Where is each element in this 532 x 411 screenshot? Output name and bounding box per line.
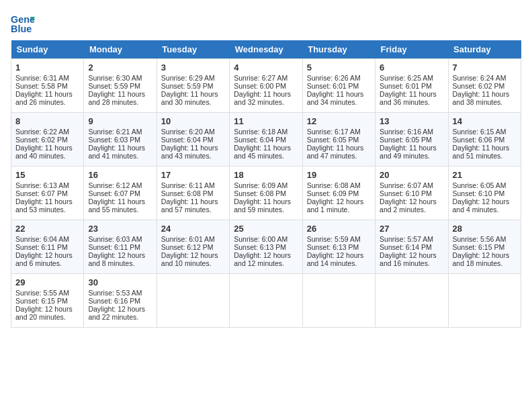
sunrise-text: Sunrise: 6:01 AM (161, 235, 215, 243)
sunrise-text: Sunrise: 6:26 AM (307, 74, 361, 82)
calendar-cell: 7 Sunrise: 6:24 AM Sunset: 6:02 PM Dayli… (448, 59, 521, 113)
daylight-text: Daylight: 12 hours and 18 minutes. (453, 251, 510, 267)
sunset-text: Sunset: 6:04 PM (234, 136, 286, 144)
sunset-text: Sunset: 6:07 PM (15, 189, 68, 197)
day-number: 21 (453, 170, 517, 180)
calendar-table: SundayMondayTuesdayWednesdayThursdayFrid… (11, 40, 521, 328)
sunset-text: Sunset: 6:12 PM (161, 243, 214, 251)
calendar-cell: 9 Sunrise: 6:21 AM Sunset: 6:03 PM Dayli… (84, 113, 157, 167)
day-number: 25 (234, 224, 298, 234)
week-row-2: 8 Sunrise: 6:22 AM Sunset: 6:02 PM Dayli… (11, 113, 521, 167)
day-number: 7 (453, 62, 517, 73)
sunset-text: Sunset: 6:01 PM (307, 82, 359, 90)
sunrise-text: Sunrise: 6:05 AM (453, 181, 506, 189)
col-header-wednesday: Wednesday (230, 40, 302, 59)
sunset-text: Sunset: 6:08 PM (234, 189, 286, 197)
daylight-text: Daylight: 12 hours and 12 minutes. (234, 251, 291, 267)
day-number: 9 (88, 116, 152, 126)
daylight-text: Daylight: 11 hours and 38 minutes. (453, 90, 510, 106)
daylight-text: Daylight: 12 hours and 2 minutes. (380, 197, 437, 214)
calendar-cell (230, 274, 302, 328)
sunset-text: Sunset: 6:01 PM (380, 82, 432, 90)
day-number: 17 (161, 170, 225, 180)
sunrise-text: Sunrise: 6:21 AM (88, 128, 142, 136)
sunrise-text: Sunrise: 6:15 AM (453, 128, 506, 136)
week-row-4: 22 Sunrise: 6:04 AM Sunset: 6:11 PM Dayl… (11, 220, 521, 274)
day-number: 30 (88, 277, 152, 287)
day-number: 22 (15, 224, 79, 234)
calendar-cell: 20 Sunrise: 6:07 AM Sunset: 6:10 PM Dayl… (375, 167, 448, 220)
daylight-text: Daylight: 11 hours and 41 minutes. (88, 144, 145, 160)
daylight-text: Daylight: 11 hours and 32 minutes. (234, 90, 291, 106)
sunrise-text: Sunrise: 5:57 AM (380, 235, 433, 243)
daylight-text: Daylight: 12 hours and 10 minutes. (161, 251, 218, 267)
daylight-text: Daylight: 12 hours and 4 minutes. (453, 197, 510, 214)
sunset-text: Sunset: 6:02 PM (453, 82, 505, 90)
sunrise-text: Sunrise: 6:20 AM (161, 128, 215, 136)
sunset-text: Sunset: 6:14 PM (380, 243, 432, 251)
sunset-text: Sunset: 5:59 PM (161, 82, 214, 90)
sunrise-text: Sunrise: 6:04 AM (15, 235, 69, 243)
day-number: 26 (307, 224, 371, 234)
day-number: 10 (161, 116, 225, 126)
sunset-text: Sunset: 6:04 PM (161, 136, 214, 144)
sunset-text: Sunset: 6:10 PM (380, 189, 432, 197)
calendar-cell: 16 Sunrise: 6:12 AM Sunset: 6:07 PM Dayl… (84, 167, 157, 220)
sunrise-text: Sunrise: 6:31 AM (15, 74, 69, 82)
daylight-text: Daylight: 11 hours and 57 minutes. (161, 197, 218, 214)
col-header-sunday: Sunday (11, 40, 84, 59)
sunrise-text: Sunrise: 6:03 AM (88, 235, 142, 243)
calendar-cell: 8 Sunrise: 6:22 AM Sunset: 6:02 PM Dayli… (11, 113, 84, 167)
sunrise-text: Sunrise: 6:17 AM (307, 128, 361, 136)
calendar-cell: 11 Sunrise: 6:18 AM Sunset: 6:04 PM Dayl… (230, 113, 302, 167)
daylight-text: Daylight: 12 hours and 22 minutes. (88, 305, 145, 321)
sunset-text: Sunset: 6:15 PM (453, 243, 505, 251)
sunrise-text: Sunrise: 6:00 AM (234, 235, 287, 243)
daylight-text: Daylight: 11 hours and 34 minutes. (307, 90, 364, 106)
calendar-cell (375, 274, 448, 328)
calendar-cell: 24 Sunrise: 6:01 AM Sunset: 6:12 PM Dayl… (157, 220, 229, 274)
day-number: 1 (15, 62, 79, 73)
svg-text:Blue: Blue (11, 24, 32, 34)
sunset-text: Sunset: 5:59 PM (88, 82, 140, 90)
daylight-text: Daylight: 11 hours and 47 minutes. (307, 144, 364, 160)
sunset-text: Sunset: 6:11 PM (88, 243, 140, 251)
day-number: 19 (307, 170, 371, 180)
day-number: 28 (453, 224, 517, 234)
day-number: 18 (234, 170, 298, 180)
daylight-text: Daylight: 11 hours and 26 minutes. (15, 90, 73, 106)
sunset-text: Sunset: 6:06 PM (453, 136, 505, 144)
daylight-text: Daylight: 11 hours and 59 minutes. (234, 197, 291, 214)
calendar-cell: 28 Sunrise: 5:56 AM Sunset: 6:15 PM Dayl… (448, 220, 521, 274)
daylight-text: Daylight: 12 hours and 16 minutes. (380, 251, 437, 267)
sunrise-text: Sunrise: 5:56 AM (453, 235, 506, 243)
calendar-cell: 15 Sunrise: 6:13 AM Sunset: 6:07 PM Dayl… (11, 167, 84, 220)
sunrise-text: Sunrise: 6:27 AM (234, 74, 287, 82)
daylight-text: Daylight: 11 hours and 43 minutes. (161, 144, 218, 160)
day-number: 20 (380, 170, 443, 180)
daylight-text: Daylight: 11 hours and 36 minutes. (380, 90, 437, 106)
sunset-text: Sunset: 6:02 PM (15, 136, 68, 144)
day-number: 11 (234, 116, 298, 126)
day-number: 8 (15, 116, 79, 126)
day-number: 13 (380, 116, 443, 126)
sunset-text: Sunset: 6:05 PM (307, 136, 359, 144)
daylight-text: Daylight: 11 hours and 28 minutes. (88, 90, 145, 106)
sunset-text: Sunset: 6:13 PM (234, 243, 286, 251)
logo: General Blue (11, 11, 38, 35)
calendar-cell: 4 Sunrise: 6:27 AM Sunset: 6:00 PM Dayli… (230, 59, 302, 113)
calendar-cell: 5 Sunrise: 6:26 AM Sunset: 6:01 PM Dayli… (302, 59, 375, 113)
calendar-cell: 1 Sunrise: 6:31 AM Sunset: 5:58 PM Dayli… (11, 59, 84, 113)
calendar-cell: 29 Sunrise: 5:55 AM Sunset: 6:15 PM Dayl… (11, 274, 84, 328)
sunrise-text: Sunrise: 5:53 AM (88, 289, 142, 297)
daylight-text: Daylight: 11 hours and 51 minutes. (453, 144, 510, 160)
calendar-cell: 13 Sunrise: 6:16 AM Sunset: 6:05 PM Dayl… (375, 113, 448, 167)
calendar-cell: 12 Sunrise: 6:17 AM Sunset: 6:05 PM Dayl… (302, 113, 375, 167)
sunset-text: Sunset: 6:16 PM (88, 297, 140, 305)
calendar-cell: 21 Sunrise: 6:05 AM Sunset: 6:10 PM Dayl… (448, 167, 521, 220)
calendar-cell: 19 Sunrise: 6:08 AM Sunset: 6:09 PM Dayl… (302, 167, 375, 220)
sunrise-text: Sunrise: 6:11 AM (161, 181, 215, 189)
sunrise-text: Sunrise: 6:08 AM (307, 181, 361, 189)
col-header-thursday: Thursday (302, 40, 375, 59)
calendar-cell: 27 Sunrise: 5:57 AM Sunset: 6:14 PM Dayl… (375, 220, 448, 274)
